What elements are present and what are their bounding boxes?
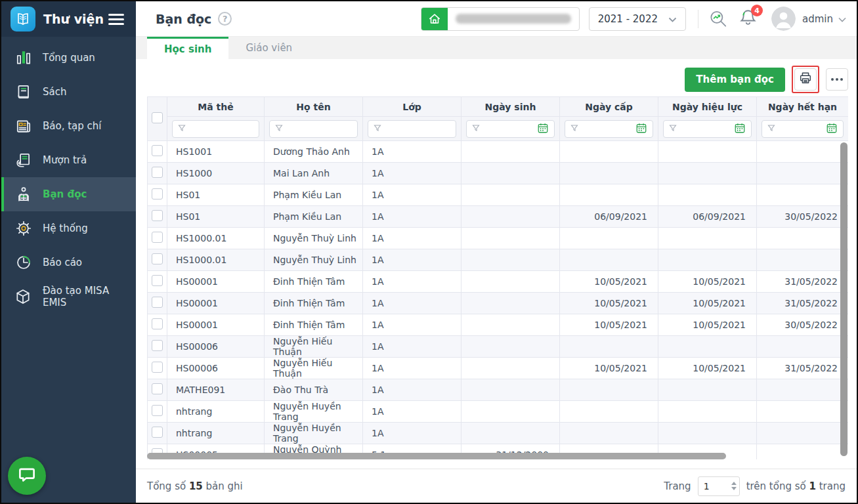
column-header-ho-ten[interactable]: Họ tên [265, 97, 363, 117]
cell-ma-the: HS00001 [167, 314, 265, 336]
filter-input-ngay-sinh[interactable] [466, 120, 555, 138]
school-year-dropdown[interactable]: 2021 - 2022 [589, 7, 686, 31]
filter-input-ngay-het-han[interactable] [761, 120, 844, 138]
row-checkbox[interactable] [152, 253, 163, 264]
cell-ngay-cap [560, 423, 658, 444]
filter-cell-ngay-cap [560, 117, 658, 141]
calendar-icon[interactable] [635, 122, 647, 136]
filter-input-ngay-hieu-luc[interactable] [663, 120, 752, 138]
calendar-icon[interactable] [734, 122, 746, 136]
tab-hoc-sinh[interactable]: Học sinh [147, 37, 228, 59]
row-checkbox[interactable] [152, 340, 163, 351]
cell-ngay-hieu-luc: 10/05/2021 [658, 293, 757, 314]
row-checkbox[interactable] [152, 297, 163, 308]
page-stepper[interactable] [731, 482, 737, 490]
cell-ngay-hieu-luc [658, 141, 757, 163]
filter-cell-ngay-sinh [461, 117, 560, 141]
row-checkbox[interactable] [152, 232, 163, 243]
row-checkbox[interactable] [152, 405, 163, 416]
search-analytics-button[interactable] [708, 9, 729, 30]
sidebar-item-muon-tra[interactable]: Mượn trả [1, 143, 136, 177]
row-checkbox[interactable] [152, 275, 163, 286]
menu-toggle-icon[interactable] [108, 14, 124, 25]
cell-ngay-sinh [461, 314, 560, 336]
row-checkbox[interactable] [152, 362, 163, 373]
filter-input-ho-ten[interactable] [269, 120, 358, 138]
user-menu[interactable]: admin [802, 13, 846, 25]
page-number-input[interactable] [704, 481, 723, 492]
row-checkbox[interactable] [152, 167, 163, 178]
cell-ngay-cap [560, 401, 658, 423]
row-checkbox[interactable] [152, 210, 163, 221]
row-checkbox[interactable] [152, 318, 163, 329]
chat-button[interactable] [8, 457, 46, 495]
help-icon[interactable] [218, 12, 232, 26]
cell-ngay-cap [560, 379, 658, 401]
more-actions-button[interactable] [826, 68, 848, 91]
cell-ngay-cap [560, 228, 658, 249]
select-all-cell [148, 97, 167, 141]
page-footer: Tổng số 15 bản ghi Trang trên tổng số 1 … [136, 469, 857, 503]
row-checkbox[interactable] [152, 188, 163, 200]
sidebar-item-bao-tap-chi[interactable]: Báo, tạp chí [1, 109, 136, 143]
column-header-ma-the[interactable]: Mã thẻ [167, 97, 265, 117]
calendar-icon[interactable] [537, 122, 549, 136]
column-header-ngay-cap[interactable]: Ngày cấp [560, 97, 658, 117]
row-checkbox[interactable] [152, 145, 163, 156]
school-selector[interactable] [421, 7, 580, 31]
cell-ngay-sinh [461, 184, 560, 206]
readers-table-area: Mã thẻHọ tênLớpNgày sinhNgày cấpNgày hiệ… [147, 96, 848, 459]
topbar: Bạn đọc 2021 - 2022 [136, 1, 857, 37]
cell-ngay-het-han: 30/05/2022 [757, 314, 849, 336]
add-reader-button[interactable]: Thêm bạn đọc [685, 68, 785, 92]
table-row: HS00001Đinh Thiện Tâm1A10/05/202110/05/2… [148, 314, 849, 336]
cell-ma-the: HS00006 [167, 336, 265, 358]
column-header-ngay-hieu-luc[interactable]: Ngày hiệu lực [658, 97, 757, 117]
row-select-cell [148, 249, 167, 271]
cell-ho-ten: Nguyễn Thuỳ Linh [265, 249, 363, 271]
app-title: Thư viện [43, 12, 108, 26]
sidebar-item-dao-tao-misa-emis[interactable]: Đào tạo MISA EMIS [1, 280, 136, 314]
sidebar-header: Thư viện [1, 1, 136, 37]
tab-giao-vien[interactable]: Giáo viên [228, 37, 309, 59]
sidebar-item-tong-quan[interactable]: Tổng quan [1, 41, 136, 75]
sidebar-item-bao-cao[interactable]: Báo cáo [1, 245, 136, 280]
funnel-icon [275, 123, 283, 134]
horizontal-scrollbar-thumb[interactable] [147, 453, 726, 459]
filter-input-ngay-cap[interactable] [565, 120, 653, 138]
cell-ma-the: MATHE091 [167, 379, 265, 401]
header-row: Mã thẻHọ tênLớpNgày sinhNgày cấpNgày hiệ… [148, 97, 849, 117]
cell-ngay-cap: 06/09/2021 [560, 206, 658, 228]
cell-ngay-hieu-luc [658, 401, 757, 423]
cell-ngay-het-han [757, 444, 849, 460]
filter-input-ma-the[interactable] [172, 120, 259, 138]
sidebar-item-label: Đào tạo MISA EMIS [43, 285, 136, 308]
calendar-icon[interactable] [826, 122, 838, 136]
cell-ho-ten: Phạm Kiều Lan [265, 184, 363, 206]
pie-chart-icon [14, 254, 32, 272]
row-checkbox[interactable] [152, 383, 163, 394]
notifications-button[interactable]: 4 [738, 7, 758, 30]
sidebar-item-he-thong[interactable]: Hệ thống [1, 211, 136, 245]
book-icon [14, 83, 32, 101]
readers-table: Mã thẻHọ tênLớpNgày sinhNgày cấpNgày hiệ… [147, 96, 848, 459]
column-header-lop[interactable]: Lớp [363, 97, 461, 117]
column-header-ngay-het-han[interactable]: Ngày hết hạn [757, 97, 849, 117]
print-button[interactable] [794, 68, 817, 91]
cell-ma-the: HS00001 [167, 293, 265, 314]
row-checkbox[interactable] [152, 427, 163, 438]
select-all-checkbox[interactable] [152, 112, 163, 123]
ellipsis-icon [831, 78, 843, 81]
sidebar-item-sach[interactable]: Sách [1, 75, 136, 109]
sidebar-item-ban-doc[interactable]: Bạn đọc [1, 177, 136, 211]
cell-ngay-het-han [757, 228, 849, 249]
table-row: HS00001Đinh Thiện Tâm1A10/05/202110/05/2… [148, 271, 849, 293]
column-header-ngay-sinh[interactable]: Ngày sinh [461, 97, 560, 117]
avatar[interactable] [771, 7, 796, 31]
page-title: Bạn đọc [156, 12, 211, 26]
cell-ngay-cap: 10/05/2021 [560, 358, 658, 379]
cell-ngay-hieu-luc: 10/05/2021 [658, 314, 757, 336]
annotation-highlight-box [792, 66, 819, 93]
filter-input-lop[interactable] [368, 120, 456, 138]
vertical-scrollbar-thumb[interactable] [840, 142, 847, 456]
